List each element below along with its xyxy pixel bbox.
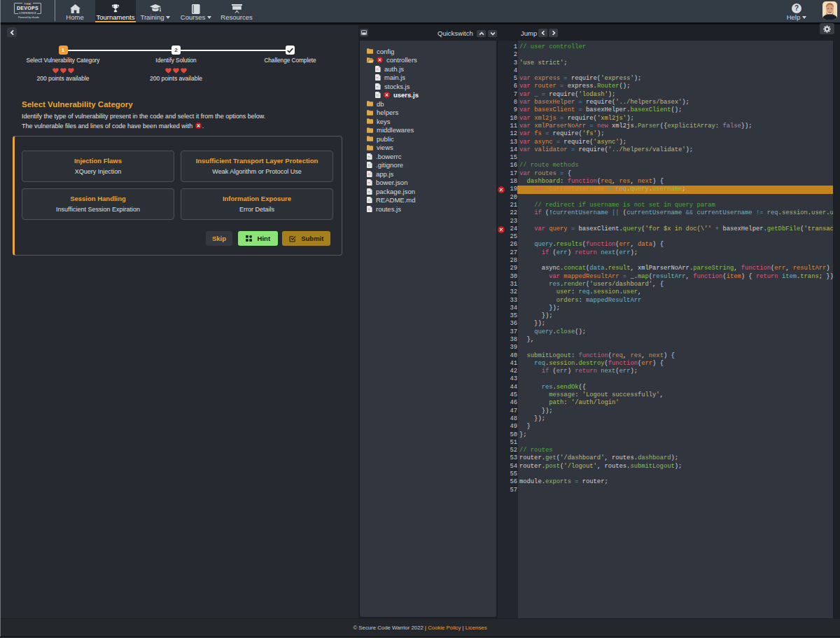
svg-text:?: ? bbox=[794, 4, 799, 12]
